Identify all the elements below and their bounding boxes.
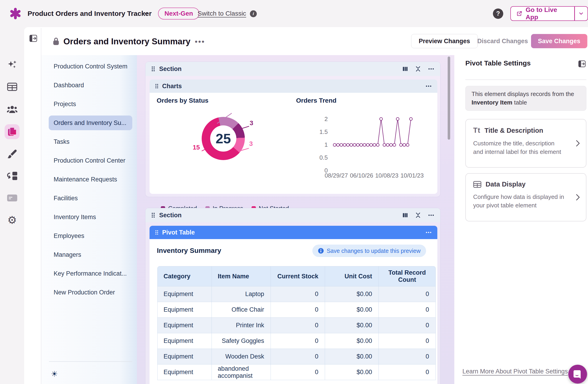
- column-header: Total Record Count: [379, 266, 436, 286]
- nav-item[interactable]: Dashboard: [49, 78, 132, 93]
- theme-sun-icon[interactable]: ☀: [51, 369, 58, 379]
- go-to-live-app-label: Go to Live App: [526, 6, 569, 21]
- pivot-section[interactable]: Section Pivot Table Inventory Summary Sa…: [145, 208, 441, 384]
- drag-handle-icon[interactable]: [155, 84, 158, 89]
- live-app-dropdown-button[interactable]: [575, 7, 588, 21]
- card-title: Title & Description: [484, 127, 543, 134]
- preview-note-text: Save changes to update this preview: [327, 248, 420, 254]
- source-table-info-box: This element displays records from the I…: [465, 86, 586, 111]
- donut-total-value: 25: [216, 131, 231, 147]
- section-collapse-icon[interactable]: [415, 212, 421, 218]
- canvas-scrollbar[interactable]: [448, 57, 450, 140]
- trend-x-axis: 08/29/2706/10/2610/08/2310/01/23: [324, 172, 425, 179]
- section-columns-icon[interactable]: [402, 212, 408, 218]
- nav-item[interactable]: Facilities: [49, 191, 132, 206]
- learn-more-link[interactable]: Learn More About Pivot Table Settings: [454, 368, 568, 375]
- nav-item[interactable]: Orders and Inventory Su...: [49, 116, 132, 130]
- appearance-brush-icon[interactable]: [0, 147, 24, 161]
- settings-gear-icon[interactable]: ⚙: [0, 213, 24, 227]
- app-logo-asterisk-icon[interactable]: [9, 7, 21, 20]
- section-collapse-icon[interactable]: [415, 66, 421, 72]
- lock-icon: [53, 37, 59, 45]
- x-tick-label: 10/08/23: [374, 172, 399, 179]
- drag-handle-icon[interactable]: [151, 66, 155, 72]
- tables-icon[interactable]: [0, 80, 24, 94]
- category-cell: Equipment: [157, 364, 212, 380]
- charts-element-bar[interactable]: Charts: [149, 80, 437, 93]
- section-header[interactable]: Section: [145, 208, 440, 222]
- current-stock-cell: 0: [271, 318, 325, 333]
- workflow-icon[interactable]: [0, 169, 24, 183]
- pivot-settings-panel: Pivot Table Settings This element displa…: [454, 55, 588, 384]
- orders-trend-plot: [332, 115, 414, 175]
- trend-chart-title: Orders Trend: [296, 97, 336, 104]
- nav-item[interactable]: Inventory Items: [49, 210, 132, 224]
- item-name-cell: Laptop: [212, 286, 271, 302]
- unit-cost-cell: $0.00: [325, 302, 379, 318]
- info-text: This element displays records from the: [472, 90, 574, 97]
- go-to-live-app-button[interactable]: Go to Live App: [510, 6, 588, 21]
- item-name-cell: Office Chair: [212, 302, 271, 318]
- charts-more-menu-icon[interactable]: [425, 83, 432, 89]
- inventory-summary-table: Category Item Name Current Stock Unit Co…: [157, 266, 436, 380]
- text-style-icon: Tt: [473, 126, 480, 135]
- ai-sparkles-icon[interactable]: [0, 58, 24, 72]
- section-header[interactable]: Section: [145, 62, 440, 76]
- data-display-card[interactable]: Data Display Configure how data is displ…: [465, 173, 586, 221]
- page-nav-sidebar: Production Control System Dashboard Proj…: [41, 55, 137, 384]
- save-changes-button[interactable]: Save Changes: [531, 34, 587, 48]
- switch-to-classic-link[interactable]: Switch to Classic: [198, 0, 246, 27]
- users-icon[interactable]: [0, 102, 24, 117]
- current-stock-cell: 0: [271, 349, 325, 364]
- record-count-cell: 0: [379, 318, 436, 333]
- record-count-cell: 0: [379, 286, 436, 302]
- table-icon: [473, 181, 482, 188]
- section-columns-icon[interactable]: [402, 66, 408, 72]
- chat-support-button[interactable]: [568, 365, 587, 384]
- table-header-row: Category Item Name Current Stock Unit Co…: [157, 266, 436, 286]
- nav-item[interactable]: Employees: [49, 229, 132, 243]
- nav-item-list: Production Control System Dashboard Proj…: [41, 59, 137, 300]
- page-more-menu-icon[interactable]: •••: [195, 37, 205, 46]
- nav-item[interactable]: Tasks: [49, 134, 132, 149]
- collapse-settings-panel-icon[interactable]: [578, 60, 586, 68]
- billing-card-icon[interactable]: [0, 191, 24, 205]
- nav-item[interactable]: Managers: [49, 247, 132, 262]
- column-header: Current Stock: [271, 266, 325, 286]
- section-label: Section: [159, 212, 182, 219]
- callout-on-hold-value: 3: [249, 140, 253, 148]
- section-more-menu-icon[interactable]: [428, 212, 434, 218]
- unit-cost-cell: $0.00: [325, 333, 379, 349]
- nav-item[interactable]: Production Control Center: [49, 153, 132, 168]
- pages-icon[interactable]: [0, 124, 24, 139]
- drag-handle-icon[interactable]: [151, 213, 155, 218]
- nav-item[interactable]: New Production Order: [49, 285, 132, 300]
- preview-changes-button[interactable]: Preview Changes: [411, 34, 478, 48]
- section-more-menu-icon[interactable]: [428, 66, 434, 72]
- card-description: Configure how data is displayed in your …: [473, 193, 565, 210]
- classic-info-icon[interactable]: i: [250, 10, 257, 17]
- unit-cost-cell: $0.00: [325, 349, 379, 364]
- pivot-element-label: Pivot Table: [162, 229, 195, 236]
- app-builder-window: Product Orders and Inventory Tracker Nex…: [0, 0, 588, 384]
- nav-item[interactable]: Key Performance Indicat...: [49, 266, 132, 281]
- title-description-card[interactable]: Tt Title & Description Customize the tit…: [465, 119, 586, 168]
- pivot-more-menu-icon[interactable]: [425, 229, 432, 235]
- external-link-icon: [516, 10, 523, 17]
- drag-handle-icon[interactable]: [155, 230, 158, 235]
- help-button[interactable]: ?: [493, 8, 503, 19]
- pivot-element-bar[interactable]: Pivot Table: [149, 226, 437, 239]
- top-bar: Product Orders and Inventory Tracker Nex…: [0, 0, 588, 27]
- pivot-table-title: Inventory Summary: [157, 247, 221, 255]
- collapse-nav-panel-icon[interactable]: [29, 34, 38, 43]
- nav-item[interactable]: Production Control System: [49, 59, 132, 74]
- app-switcher-chevron-down-icon[interactable]: [143, 11, 149, 17]
- discard-changes-button[interactable]: Discard Changes: [473, 34, 533, 48]
- nav-item[interactable]: Maintenance Requests: [49, 172, 132, 187]
- current-stock-cell: 0: [271, 364, 325, 380]
- chevron-right-icon: [575, 139, 580, 147]
- nav-item[interactable]: Projects: [49, 97, 132, 111]
- chevron-down-icon: [578, 11, 584, 17]
- charts-section[interactable]: Section Charts Orders by Status 25: [145, 62, 441, 197]
- callout-completed-value: 3: [250, 119, 253, 127]
